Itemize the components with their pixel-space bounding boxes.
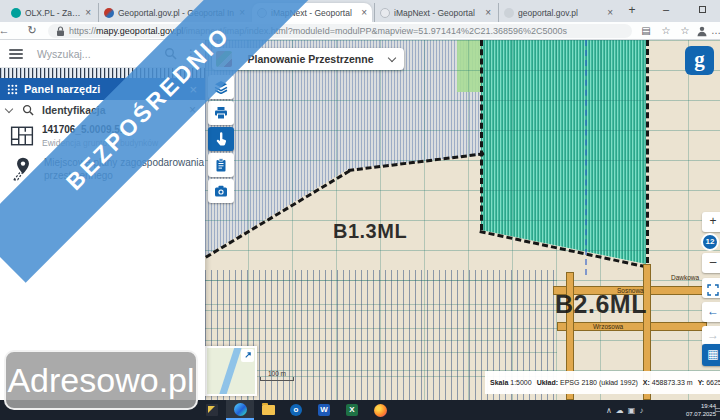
- street-label-dawkowa: Dawkowa: [671, 274, 699, 282]
- cadastre-map-icon: [10, 124, 34, 148]
- clipboard-icon: [214, 158, 228, 172]
- address-bar[interactable]: https://mapy.geoportal.gov.pl/imapnext/i…: [48, 24, 632, 38]
- collections-icon[interactable]: ▤: [638, 22, 654, 40]
- restore-button[interactable]: [688, 0, 716, 20]
- tray-app-icon[interactable]: ▣: [628, 406, 636, 415]
- boundary-dashed-line: [480, 40, 483, 230]
- printer-icon: [214, 106, 228, 120]
- camera-icon: [214, 184, 228, 198]
- grid-icon: [7, 84, 18, 95]
- tab-title: geoportal.gov.pl: [518, 8, 603, 18]
- screenshot-tool-button[interactable]: [208, 179, 234, 203]
- flag-app-icon: [206, 404, 218, 416]
- geoportal-logo[interactable]: g: [685, 46, 714, 75]
- favorites-icon[interactable]: ☆: [677, 22, 693, 40]
- close-icon[interactable]: ×: [607, 8, 613, 18]
- speaker-icon[interactable]: ♪: [639, 406, 643, 415]
- tab-title: OLX.PL - Zaloguj się: [25, 8, 81, 18]
- edge-icon: [234, 403, 247, 416]
- overview-minimap[interactable]: [205, 346, 257, 396]
- fullscreen-icon: [707, 284, 719, 296]
- minus-icon: –: [702, 253, 720, 272]
- taskbar-clock[interactable]: 19:44 07.07.2025: [676, 402, 716, 418]
- x-value: 458873.33 m: [652, 379, 693, 386]
- taskbar-edge[interactable]: [226, 400, 254, 420]
- road-wrzosowa: [557, 322, 707, 331]
- taskbar-outlook[interactable]: o: [282, 400, 310, 420]
- pinned-app-icon[interactable]: [198, 400, 226, 420]
- zone-label-b13ml: B1.3ML: [333, 220, 407, 243]
- taskbar-excel[interactable]: X: [338, 400, 366, 420]
- layer-selector-label: Planowanie Przestrzenne: [232, 53, 389, 65]
- close-icon[interactable]: ×: [361, 8, 367, 18]
- fullscreen-button[interactable]: [702, 278, 720, 298]
- notification-center-icon[interactable]: ▭: [714, 404, 720, 414]
- close-icon[interactable]: ×: [85, 8, 91, 18]
- print-tool-button[interactable]: [208, 101, 234, 125]
- screen: OLX.PL - Zaloguj się × Geoportal.gov.pl …: [0, 0, 720, 420]
- taskbar-firefox[interactable]: [366, 400, 394, 420]
- scale-bar: 100 m: [260, 370, 294, 381]
- map-status-bar: Skala 1:5000 Układ: EPSG 2180 (układ 199…: [485, 371, 720, 394]
- zone-label-b26ml: B2.6ML: [555, 290, 647, 319]
- zoom-in-button[interactable]: +: [702, 212, 720, 232]
- browser-tabstrip: OLX.PL - Zaloguj się × Geoportal.gov.pl …: [0, 0, 720, 22]
- plus-icon: +: [702, 212, 720, 231]
- minimize-button[interactable]: –: [652, 0, 680, 20]
- crs-label: Układ:: [537, 379, 558, 386]
- hamburger-menu-icon[interactable]: [9, 47, 23, 61]
- admin-boundary-line: [585, 40, 587, 275]
- zoom-level-badge: 12: [701, 233, 719, 251]
- browser-tab-olx[interactable]: OLX.PL - Zaloguj się ×: [6, 3, 96, 22]
- browser-tab-imapnext-2[interactable]: iMapNext - Geoportal ×: [374, 3, 496, 22]
- scale-value: 1:5000: [510, 379, 531, 386]
- folder-icon: [262, 405, 275, 415]
- excel-icon: X: [346, 404, 358, 416]
- taskbar-explorer[interactable]: [254, 400, 282, 420]
- tab-favicon: [504, 8, 514, 18]
- report-tool-button[interactable]: [208, 153, 234, 177]
- taskbar-word[interactable]: W: [310, 400, 338, 420]
- identify-tool-button[interactable]: [208, 127, 234, 151]
- bookmark-star-icon[interactable]: ☆: [658, 22, 674, 40]
- y-label: Y:: [698, 379, 704, 386]
- scale-bar-line: [260, 377, 294, 381]
- tab-favicon: [11, 8, 21, 18]
- system-tray[interactable]: ∧ ☁ ▣ ♪: [606, 400, 643, 420]
- street-label-wrzosowa: Wrzosowa: [593, 323, 623, 331]
- next-extent-button[interactable]: →: [702, 326, 720, 346]
- y-value: 662571.47 m: [706, 379, 720, 386]
- chevron-down-icon: [388, 54, 396, 62]
- tray-chevron-icon[interactable]: ∧: [606, 406, 612, 415]
- tab-favicon: [104, 8, 114, 18]
- close-icon[interactable]: ×: [485, 8, 491, 18]
- reload-icon[interactable]: ↻: [24, 22, 40, 40]
- restore-icon: [699, 6, 706, 13]
- identify-touch-icon: [214, 132, 228, 146]
- clock-date: 07.07.2025: [676, 410, 716, 418]
- browser-toolbar: ← ↻ https://mapy.geoportal.gov.pl/imapne…: [0, 22, 720, 40]
- word-icon: W: [318, 404, 330, 416]
- outlook-icon: o: [290, 404, 302, 416]
- tab-title: iMapNext - Geoportal: [394, 8, 481, 18]
- tab-favicon: [380, 8, 390, 18]
- arrow-right-icon: →: [702, 326, 720, 345]
- onedrive-cloud-icon[interactable]: ☁: [616, 406, 624, 415]
- zoom-out-button[interactable]: –: [702, 253, 720, 273]
- new-tab-button[interactable]: +: [624, 3, 640, 19]
- scale-bar-label: 100 m: [260, 370, 294, 377]
- menu-ellipsis-icon[interactable]: …: [708, 22, 720, 40]
- browser-tab-geoportal-gov[interactable]: geoportal.gov.pl ×: [498, 3, 618, 22]
- previous-extent-button[interactable]: ←: [702, 302, 720, 322]
- basemap-button[interactable]: ▦: [702, 344, 720, 366]
- scale-label: Skala: [490, 379, 508, 386]
- back-icon[interactable]: ←: [0, 22, 12, 40]
- boundary-dashed-line: [646, 40, 649, 263]
- map-canvas[interactable]: Sosnowa Wrzosowa Dawkowa B1.3ML B2.6ML P…: [205, 40, 720, 400]
- minimap-expand-button[interactable]: [241, 349, 254, 362]
- chevron-down-icon[interactable]: [5, 105, 13, 113]
- profile-icon[interactable]: [696, 25, 708, 37]
- arrow-left-icon: ←: [702, 302, 720, 321]
- basemap-icon: ▦: [702, 344, 720, 365]
- expand-icon: [243, 351, 252, 360]
